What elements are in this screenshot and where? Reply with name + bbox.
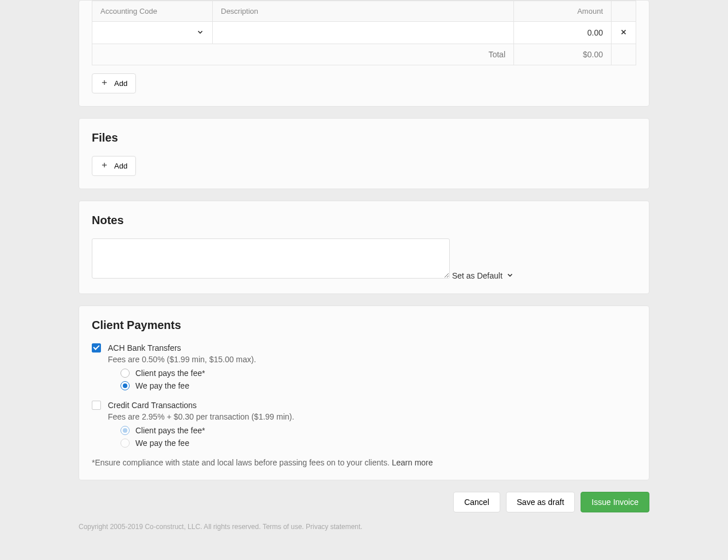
- total-value: $0.00: [514, 44, 612, 65]
- cc-client-pays-radio[interactable]: Client pays the fee*: [120, 426, 636, 435]
- chevron-down-icon: [196, 28, 204, 38]
- close-icon: [620, 28, 628, 38]
- compliance-note: *Ensure compliance with state and local …: [92, 458, 636, 467]
- notes-title: Notes: [92, 214, 636, 227]
- ach-fees: Fees are 0.50% ($1.99 min, $15.00 max).: [108, 355, 636, 364]
- action-bar: Cancel Save as draft Issue Invoice: [79, 492, 649, 512]
- cc-fee-options: Client pays the fee* We pay the fee: [120, 426, 636, 448]
- plus-icon: [100, 79, 108, 88]
- line-items-table: Accounting Code Description Amount: [92, 1, 636, 65]
- description-cell[interactable]: [213, 22, 514, 44]
- radio-icon: [120, 369, 130, 378]
- col-header-actions: [612, 1, 636, 22]
- add-line-item-label: Add: [114, 79, 127, 88]
- cc-label: Credit Card Transactions: [108, 401, 197, 410]
- amount-value: 0.00: [587, 28, 603, 37]
- ach-fee-options: Client pays the fee* We pay the fee: [120, 369, 636, 390]
- col-header-code: Accounting Code: [92, 1, 213, 22]
- set-default-label: Set as Default: [452, 271, 503, 280]
- remove-row-button[interactable]: [612, 22, 636, 44]
- files-panel: Files Add: [79, 118, 649, 189]
- issue-invoice-button[interactable]: Issue Invoice: [581, 492, 649, 512]
- radio-label: We pay the fee: [135, 381, 189, 390]
- line-items-panel: Accounting Code Description Amount: [79, 0, 649, 107]
- ach-label: ACH Bank Transfers: [108, 343, 181, 353]
- total-label: Total: [92, 44, 514, 65]
- add-file-label: Add: [114, 162, 127, 170]
- radio-icon: [120, 438, 130, 448]
- terms-link[interactable]: Terms of use.: [263, 523, 304, 531]
- save-draft-button[interactable]: Save as draft: [506, 492, 575, 512]
- cc-we-pay-radio[interactable]: We pay the fee: [120, 438, 636, 448]
- plus-icon: [100, 161, 108, 171]
- notes-textarea[interactable]: [92, 238, 450, 279]
- cc-checkbox[interactable]: [92, 401, 101, 410]
- chevron-down-icon: [506, 271, 514, 281]
- table-row: 0.00: [92, 22, 636, 44]
- privacy-link[interactable]: Privacy statement.: [306, 523, 363, 531]
- add-file-button[interactable]: Add: [92, 156, 136, 176]
- radio-icon: [120, 381, 130, 390]
- footer: Copyright 2005-2019 Co-construct, LLC. A…: [79, 523, 649, 542]
- col-header-description: Description: [213, 1, 514, 22]
- radio-icon: [120, 426, 130, 435]
- client-payments-title: Client Payments: [92, 319, 636, 332]
- amount-cell[interactable]: 0.00: [514, 22, 612, 44]
- cancel-button[interactable]: Cancel: [453, 492, 500, 512]
- radio-label: Client pays the fee*: [135, 369, 205, 378]
- cc-fees: Fees are 2.95% + $0.30 per transaction (…: [108, 412, 636, 421]
- learn-more-link[interactable]: Learn more: [392, 458, 433, 467]
- ach-we-pay-radio[interactable]: We pay the fee: [120, 381, 636, 390]
- set-default-dropdown[interactable]: Set as Default: [452, 271, 514, 281]
- radio-label: Client pays the fee*: [135, 426, 205, 435]
- files-title: Files: [92, 131, 636, 144]
- notes-panel: Notes Set as Default: [79, 201, 649, 294]
- client-payments-panel: Client Payments ACH Bank Transfers Fees …: [79, 306, 649, 480]
- copyright: Copyright 2005-2019 Co-construct, LLC. A…: [79, 523, 261, 531]
- col-header-amount: Amount: [514, 1, 612, 22]
- radio-label: We pay the fee: [135, 438, 189, 448]
- add-line-item-button[interactable]: Add: [92, 73, 136, 93]
- accounting-code-cell[interactable]: [92, 22, 213, 44]
- ach-client-pays-radio[interactable]: Client pays the fee*: [120, 369, 636, 378]
- total-row: Total $0.00: [92, 44, 636, 65]
- ach-checkbox[interactable]: [92, 343, 101, 353]
